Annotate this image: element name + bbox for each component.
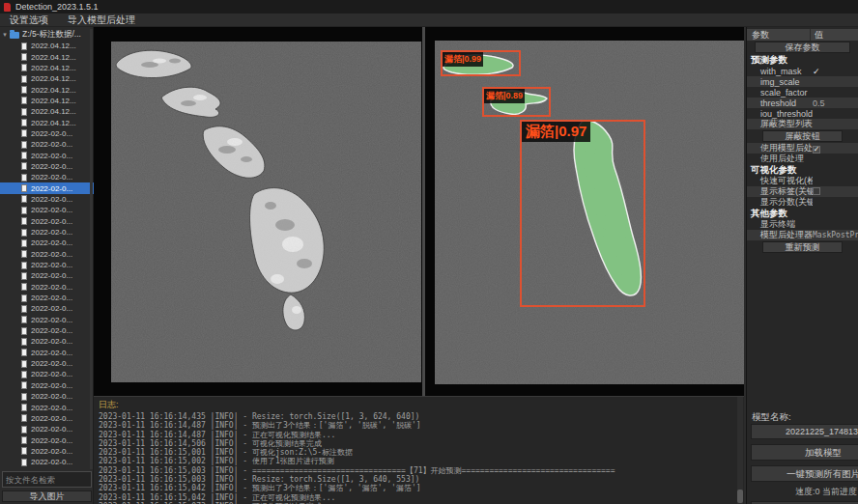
tree-item[interactable]: 2022-02-0... bbox=[0, 446, 94, 457]
menu-item-settings[interactable]: 设置选项 bbox=[0, 14, 58, 27]
tree-item-label: 2022-02-0... bbox=[31, 458, 72, 466]
tree-item[interactable]: 2022-02-0... bbox=[0, 249, 94, 260]
file-icon bbox=[21, 119, 27, 126]
tree-item[interactable]: 2022-02-0... bbox=[0, 270, 94, 281]
tree-item-label: 2022-02-0... bbox=[31, 304, 72, 313]
file-icon bbox=[21, 371, 27, 378]
tree-item[interactable]: 2022-02-0... bbox=[0, 348, 94, 358]
log-lines: 2023-01-11 16:16:14,435 |INFO| - Resize:… bbox=[94, 412, 744, 504]
tree-item[interactable]: 2022-02-0... bbox=[0, 434, 94, 445]
parameter-panel: 参数 值 保存参数预测参数with_mask✓img_scalescale_fa… bbox=[746, 27, 858, 504]
tree-item[interactable]: 2022-02-0... bbox=[0, 150, 94, 160]
tree-item[interactable]: 2022-02-0... bbox=[0, 369, 94, 379]
file-icon bbox=[21, 174, 27, 182]
viewer-splitter[interactable] bbox=[422, 27, 425, 396]
log-line: 2023-01-11 16:16:14,506 |INFO| - 可视化预测结果… bbox=[94, 439, 744, 448]
tree-scrollbar[interactable] bbox=[90, 29, 93, 469]
tree-root-node[interactable]: ▾ Z:/5-标注数据/... bbox=[0, 29, 94, 41]
param-row[interactable]: 模型后处理器MaskPostPro bbox=[747, 230, 858, 240]
param-row[interactable]: 显示分数(关键点) bbox=[747, 197, 858, 208]
tree-item[interactable]: 2022-02-0... bbox=[0, 227, 94, 238]
tree-item[interactable]: 2022-02-0... bbox=[0, 161, 94, 172]
tree-item[interactable]: 2022-02-0... bbox=[0, 139, 94, 150]
param-row[interactable]: scale_factor bbox=[747, 87, 858, 98]
tree-item-label: 2022-02-0... bbox=[31, 261, 72, 269]
speed-progress-text: 速度:0 当前进度 bbox=[747, 486, 858, 498]
tree-item[interactable]: 2022-02-0... bbox=[0, 172, 94, 182]
tree-item[interactable]: 2022-02-0... bbox=[0, 315, 94, 325]
tree-item[interactable]: 2022-02-0... bbox=[0, 205, 94, 215]
prediction-image-panel[interactable]: 漏箔|0.99 漏箔|0.89 漏箔|0.97 bbox=[435, 41, 744, 384]
tree-item[interactable]: 2022-02-0... bbox=[0, 391, 94, 402]
param-value bbox=[813, 187, 858, 197]
tree-item[interactable]: 2022.04.12... bbox=[0, 106, 94, 117]
tree-item[interactable]: 2022-02-0... bbox=[0, 182, 94, 193]
tree-item[interactable]: 2022.04.12... bbox=[0, 73, 94, 84]
menu-bar: 设置选项 导入模型后处理 bbox=[0, 14, 858, 27]
tree-item[interactable]: 2022-02-0... bbox=[0, 402, 94, 412]
search-input[interactable] bbox=[2, 471, 92, 488]
tree-item[interactable]: 2022.04.12... bbox=[0, 51, 94, 62]
tree-item-label: 2022-02-0... bbox=[31, 238, 72, 247]
log-scrollbar-thumb[interactable] bbox=[737, 490, 743, 503]
param-button[interactable]: 重新预测 bbox=[762, 241, 843, 253]
tree-item-label: 2022-02-0... bbox=[31, 184, 72, 193]
tree-item-label: 2022-02-0... bbox=[31, 414, 72, 423]
file-icon bbox=[21, 75, 27, 83]
param-button[interactable]: 保存参数 bbox=[755, 42, 850, 53]
tree-item[interactable]: 2022-02-0... bbox=[0, 358, 94, 369]
checkbox-checked[interactable]: ✓ bbox=[813, 146, 820, 154]
tree-item[interactable]: 2022-02-0... bbox=[0, 293, 94, 303]
tree-item[interactable]: 2022.04.12... bbox=[0, 117, 94, 127]
tree-item[interactable]: 2022-02-0... bbox=[0, 303, 94, 314]
tree-item[interactable]: 2022-02-0... bbox=[0, 457, 94, 467]
model-name-field[interactable]: 20221225_174813 bbox=[751, 424, 858, 439]
raw-image-panel[interactable] bbox=[111, 42, 421, 382]
tree-item[interactable]: 2022.04.12... bbox=[0, 41, 94, 51]
tree-item[interactable]: 2022-02-0... bbox=[0, 194, 94, 205]
param-row[interactable]: with_mask✓ bbox=[747, 66, 858, 76]
param-value: 0.5 bbox=[813, 98, 858, 108]
tree-item[interactable]: 2022-02-0... bbox=[0, 424, 94, 434]
tree-item[interactable]: 2022-02-0... bbox=[0, 336, 94, 347]
tree-item[interactable]: 2022.04.12... bbox=[0, 96, 94, 106]
param-name: threshold bbox=[747, 98, 813, 108]
import-images-button[interactable]: 导入图片 bbox=[2, 490, 92, 502]
param-row[interactable]: img_scale bbox=[747, 76, 858, 87]
tree-item-label: 2022-02-0... bbox=[31, 250, 72, 259]
tree-item[interactable]: 2022-02-0... bbox=[0, 216, 94, 227]
tree-item[interactable]: 2022.04.12... bbox=[0, 63, 94, 73]
checkbox-empty[interactable] bbox=[813, 187, 820, 195]
tree-item[interactable]: 2022-02-0... bbox=[0, 413, 94, 424]
tree-item[interactable]: 2022-02-0... bbox=[0, 325, 94, 336]
load-model-button[interactable]: 加载模型 bbox=[751, 444, 858, 461]
tree-item-label: 2022-02-0... bbox=[31, 404, 72, 412]
image-viewer: 漏箔|0.99 漏箔|0.89 漏箔|0.97 bbox=[94, 27, 744, 396]
tree-item[interactable]: 2022-02-0... bbox=[0, 282, 94, 293]
file-icon bbox=[21, 239, 27, 247]
log-scrollbar[interactable] bbox=[737, 397, 743, 504]
tree-item-label: 2022.04.12... bbox=[31, 97, 76, 105]
param-row[interactable]: 屏蔽类型列表 bbox=[747, 119, 858, 129]
param-row[interactable]: 使用后处理 bbox=[747, 154, 858, 164]
file-icon bbox=[21, 207, 27, 214]
file-icon bbox=[21, 305, 27, 313]
folder-icon bbox=[10, 32, 19, 39]
tree-item[interactable]: 2022-02-0... bbox=[0, 380, 94, 391]
tree-item[interactable]: 2022-02-0... bbox=[0, 467, 94, 469]
log-line: 2023-01-11 16:16:15,003 |INFO| - =======… bbox=[94, 466, 744, 475]
file-icon bbox=[21, 195, 27, 203]
tree-item[interactable]: 2022-02-0... bbox=[0, 238, 94, 248]
tree-item-label: 2022-02-0... bbox=[31, 316, 72, 324]
chevron-down-icon[interactable]: ▾ bbox=[0, 31, 10, 39]
predict-all-button[interactable]: 一键预测所有图片 bbox=[751, 465, 858, 482]
menu-item-import-postprocess[interactable]: 导入模型后处理 bbox=[58, 14, 145, 27]
tree-item-label: 2022-02-0... bbox=[31, 337, 72, 346]
app-icon bbox=[4, 3, 11, 12]
tree-item[interactable]: 2022-02-0... bbox=[0, 128, 94, 139]
tree-item[interactable]: 2022-02-0... bbox=[0, 260, 94, 270]
tree-item[interactable]: 2022.04.12... bbox=[0, 84, 94, 95]
file-icon bbox=[21, 250, 27, 258]
param-row[interactable]: threshold0.5 bbox=[747, 98, 858, 108]
param-button[interactable]: 屏蔽按钮 bbox=[762, 130, 843, 142]
